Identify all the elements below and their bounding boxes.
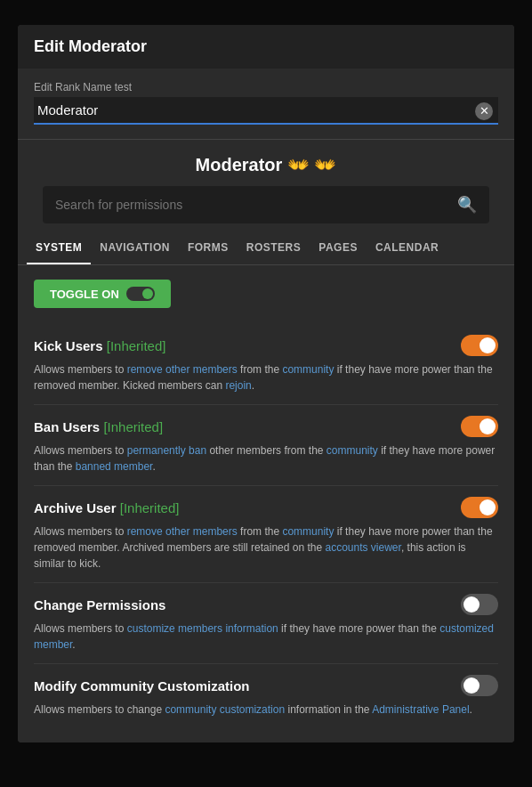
- permissions-title: Moderator 👐 👐: [34, 154, 498, 175]
- toggle-all-button[interactable]: TOGGLE ON: [34, 280, 171, 308]
- permissions-content: TOGGLE ON Kick Users [Inherited] Allows …: [18, 265, 514, 742]
- permission-modify-community: Modify Community Customization Allows me…: [34, 664, 498, 728]
- permission-ban-users: Ban Users [Inherited] Allows members to …: [34, 405, 498, 486]
- tab-navigation[interactable]: NAVIGATION: [91, 232, 179, 264]
- kick-users-description: Allows members to remove other members f…: [34, 361, 498, 394]
- ban-users-toggle[interactable]: [461, 416, 498, 437]
- permission-modify-community-row: Modify Community Customization: [34, 675, 498, 696]
- rank-input-wrapper: ✕: [34, 97, 498, 125]
- kick-users-inherited-label: [Inherited]: [107, 338, 166, 353]
- modify-community-toggle[interactable]: [461, 675, 498, 696]
- kick-users-toggle[interactable]: [461, 335, 498, 356]
- permission-change-permissions-row: Change Permissions: [34, 594, 498, 615]
- search-input[interactable]: [55, 198, 457, 212]
- archive-user-toggle[interactable]: [461, 497, 498, 518]
- permission-kick-users-row: Kick Users [Inherited]: [34, 335, 498, 356]
- permission-archive-user: Archive User [Inherited] Allows members …: [34, 486, 498, 583]
- permission-ban-users-row: Ban Users [Inherited]: [34, 416, 498, 437]
- tab-rosters[interactable]: ROSTERS: [238, 232, 310, 264]
- tab-forms[interactable]: FORMS: [179, 232, 238, 264]
- tabs-bar: SYSTEM NAVIGATION FORMS ROSTERS PAGES CA…: [18, 232, 514, 265]
- permission-modify-community-name: Modify Community Customization: [34, 678, 250, 694]
- tab-system[interactable]: SYSTEM: [27, 232, 91, 264]
- permissions-header: Moderator 👐 👐 🔍: [18, 140, 514, 223]
- archive-user-inherited-label: [Inherited]: [120, 500, 180, 515]
- rank-name-input[interactable]: [34, 97, 498, 125]
- ban-users-description: Allows members to permanently ban other …: [34, 442, 498, 475]
- permission-archive-user-row: Archive User [Inherited]: [34, 497, 498, 518]
- permission-kick-users-name: Kick Users [Inherited]: [34, 338, 165, 353]
- change-permissions-description: Allows members to customize members info…: [34, 621, 498, 653]
- tab-calendar[interactable]: CALENDAR: [367, 232, 447, 264]
- search-icon: 🔍: [457, 195, 477, 215]
- emoji-left: 👐: [287, 155, 310, 174]
- permissions-title-text: Moderator: [196, 155, 283, 174]
- permission-archive-user-name: Archive User [Inherited]: [34, 500, 179, 515]
- modify-community-description: Allows members to change community custo…: [34, 702, 498, 718]
- permission-change-permissions: Change Permissions Allows members to cus…: [34, 583, 498, 664]
- change-permissions-toggle[interactable]: [461, 594, 498, 615]
- emoji-right: 👐: [314, 155, 336, 174]
- modal-title: Edit Moderator: [34, 37, 147, 56]
- clear-rank-button[interactable]: ✕: [475, 102, 493, 120]
- permission-ban-users-name: Ban Users [Inherited]: [34, 419, 163, 434]
- rank-name-section: Edit Rank Name test ✕: [18, 69, 514, 140]
- tab-pages[interactable]: PAGES: [310, 232, 367, 264]
- ban-users-inherited-label: [Inherited]: [103, 419, 163, 434]
- rank-name-label: Edit Rank Name test: [34, 81, 498, 93]
- toggle-all-switch: [126, 287, 155, 301]
- edit-moderator-modal: Edit Moderator Edit Rank Name test ✕ Mod…: [18, 25, 514, 742]
- archive-user-description: Allows members to remove other members f…: [34, 523, 498, 572]
- toggle-all-label: TOGGLE ON: [50, 288, 119, 301]
- permission-change-permissions-name: Change Permissions: [34, 597, 165, 613]
- modal-header: Edit Moderator: [18, 25, 514, 69]
- permission-kick-users: Kick Users [Inherited] Allows members to…: [34, 324, 498, 405]
- search-bar: 🔍: [43, 186, 489, 223]
